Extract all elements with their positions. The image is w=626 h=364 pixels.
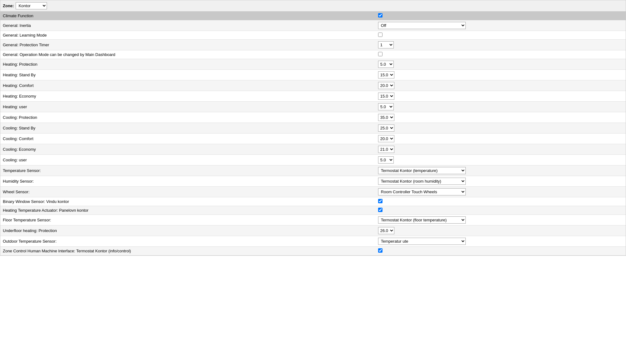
- row-label: Heating: Comfort: [0, 80, 376, 91]
- row-label: Heating Temperature Actuator: Panelovn k…: [0, 206, 376, 215]
- table-row: Zone Control Human Machine Interface: Te…: [0, 247, 626, 255]
- row-control[interactable]: 12345: [376, 40, 626, 50]
- row-label: General: Inertia: [0, 20, 376, 31]
- row-label: Cooling: Economy: [0, 144, 376, 155]
- row-select-medium[interactable]: 21.022.023.024.0: [378, 146, 394, 153]
- section-header-label: Climate Function: [0, 12, 376, 20]
- row-control[interactable]: 15.016.017.018.0: [376, 91, 626, 102]
- row-select-medium[interactable]: 5.06.07.08.0: [378, 103, 394, 110]
- row-checkbox[interactable]: [378, 248, 382, 253]
- row-label: Heating: user: [0, 102, 376, 112]
- row-control[interactable]: Temperatur uteOther sensor: [376, 236, 626, 247]
- table-row: Heating: Stand By15.016.017.018.0: [0, 70, 626, 80]
- section-header-control[interactable]: [376, 12, 626, 20]
- main-container: Zone: KontorStueSoveromBad Climate Funct…: [0, 0, 626, 256]
- row-control[interactable]: Termostat Kontor (temperature)Other sens…: [376, 165, 626, 176]
- row-label: Cooling: Comfort: [0, 134, 376, 144]
- zone-row: Zone: KontorStueSoveromBad: [0, 0, 626, 12]
- row-label: General: Learning Mode: [0, 31, 376, 40]
- table-row: General: Operation Mode can be changed b…: [0, 50, 626, 59]
- table-row: Cooling: Stand By25.026.027.028.0: [0, 123, 626, 134]
- row-control[interactable]: Termostat Kontor (room humidity)Other se…: [376, 176, 626, 187]
- row-label: Binary Window Sensor: Vindu kontor: [0, 197, 376, 206]
- row-select-medium[interactable]: 20.021.022.023.0: [378, 135, 394, 142]
- row-select-medium[interactable]: 25.026.027.028.0: [378, 124, 394, 132]
- row-control[interactable]: 25.026.027.028.0: [376, 123, 626, 134]
- row-control[interactable]: Room Controller Touch WheelsOther sensor: [376, 187, 626, 197]
- row-label: Heating: Protection: [0, 59, 376, 70]
- row-select-medium[interactable]: 35.036.037.038.0: [378, 114, 394, 121]
- row-control[interactable]: 21.022.023.024.0: [376, 144, 626, 155]
- row-label: Wheel Sensor:: [0, 187, 376, 197]
- row-select-medium[interactable]: 15.016.017.018.0: [378, 71, 394, 78]
- row-control[interactable]: Termostat Kontor (floor temperature)Othe…: [376, 215, 626, 225]
- row-select-wide[interactable]: Termostat Kontor (room humidity)Other se…: [378, 178, 466, 185]
- table-row: Wheel Sensor:Room Controller Touch Wheel…: [0, 187, 626, 197]
- row-label: Cooling: Protection: [0, 112, 376, 123]
- row-label: General: Operation Mode can be changed b…: [0, 50, 376, 59]
- row-label: Cooling: user: [0, 155, 376, 165]
- table-row: Binary Window Sensor: Vindu kontor: [0, 197, 626, 206]
- row-control[interactable]: OffLowMediumHigh: [376, 20, 626, 31]
- row-select-medium[interactable]: 5.06.07.08.0: [378, 61, 394, 68]
- row-checkbox[interactable]: [378, 52, 382, 56]
- row-label: Heating: Economy: [0, 91, 376, 102]
- row-label: General: Protection Timer: [0, 40, 376, 50]
- row-select-wide[interactable]: Termostat Kontor (temperature)Other sens…: [378, 167, 466, 174]
- table-row: Temperature Sensor:Termostat Kontor (tem…: [0, 165, 626, 176]
- row-control[interactable]: 5.06.07.08.0: [376, 155, 626, 165]
- row-control[interactable]: 5.06.07.08.0: [376, 102, 626, 112]
- table-row: Cooling: Protection35.036.037.038.0: [0, 112, 626, 123]
- table-row: Humidity Sensor:Termostat Kontor (room h…: [0, 176, 626, 187]
- table-row: Cooling: user5.06.07.08.0: [0, 155, 626, 165]
- row-select-medium[interactable]: 20.021.022.023.0: [378, 82, 394, 89]
- table-row: General: InertiaOffLowMediumHigh: [0, 20, 626, 31]
- row-label: Cooling: Stand By: [0, 123, 376, 134]
- table-row: Heating: Economy15.016.017.018.0: [0, 91, 626, 102]
- table-row: General: Learning Mode: [0, 31, 626, 40]
- table-row: Cooling: Comfort20.021.022.023.0: [0, 134, 626, 144]
- row-checkbox[interactable]: [378, 208, 382, 212]
- row-control[interactable]: 15.016.017.018.0: [376, 70, 626, 80]
- row-select-medium[interactable]: 26.027.028.029.0: [378, 227, 394, 234]
- row-control[interactable]: [376, 247, 626, 255]
- row-select-wide[interactable]: OffLowMediumHigh: [378, 22, 466, 29]
- table-row: Climate Function: [0, 12, 626, 20]
- table-row: Heating Temperature Actuator: Panelovn k…: [0, 206, 626, 215]
- row-select-small[interactable]: 12345: [378, 41, 394, 48]
- row-control[interactable]: [376, 50, 626, 59]
- row-select-wide[interactable]: Termostat Kontor (floor temperature)Othe…: [378, 216, 466, 224]
- row-control[interactable]: 20.021.022.023.0: [376, 134, 626, 144]
- row-label: Underfloor heating: Protection: [0, 225, 376, 236]
- row-control[interactable]: 26.027.028.029.0: [376, 225, 626, 236]
- row-checkbox[interactable]: [378, 199, 382, 203]
- table-row: Floor Temperature Sensor:Termostat Konto…: [0, 215, 626, 225]
- row-control[interactable]: [376, 31, 626, 40]
- row-select-medium[interactable]: 15.016.017.018.0: [378, 93, 394, 100]
- row-control[interactable]: 20.021.022.023.0: [376, 80, 626, 91]
- row-checkbox[interactable]: [378, 33, 382, 37]
- row-control[interactable]: [376, 206, 626, 215]
- table-row: Heating: Comfort20.021.022.023.0: [0, 80, 626, 91]
- settings-table: Climate FunctionGeneral: InertiaOffLowMe…: [0, 12, 626, 255]
- table-row: Heating: user5.06.07.08.0: [0, 102, 626, 112]
- row-control[interactable]: 35.036.037.038.0: [376, 112, 626, 123]
- row-label: Temperature Sensor:: [0, 165, 376, 176]
- row-control[interactable]: 5.06.07.08.0: [376, 59, 626, 70]
- table-row: General: Protection Timer12345: [0, 40, 626, 50]
- row-label: Heating: Stand By: [0, 70, 376, 80]
- row-label: Outdoor Temperature Sensor:: [0, 236, 376, 247]
- row-select-medium[interactable]: 5.06.07.08.0: [378, 156, 394, 164]
- row-label: Humidity Sensor:: [0, 176, 376, 187]
- table-row: Cooling: Economy21.022.023.024.0: [0, 144, 626, 155]
- table-row: Underfloor heating: Protection26.027.028…: [0, 225, 626, 236]
- zone-select[interactable]: KontorStueSoveromBad: [16, 2, 47, 9]
- table-row: Outdoor Temperature Sensor:Temperatur ut…: [0, 236, 626, 247]
- row-select-wide[interactable]: Temperatur uteOther sensor: [378, 238, 466, 245]
- row-label: Zone Control Human Machine Interface: Te…: [0, 247, 376, 255]
- climate-function-checkbox[interactable]: [378, 13, 382, 18]
- row-label: Floor Temperature Sensor:: [0, 215, 376, 225]
- row-control[interactable]: [376, 197, 626, 206]
- row-select-wide[interactable]: Room Controller Touch WheelsOther sensor: [378, 188, 466, 195]
- table-row: Heating: Protection5.06.07.08.0: [0, 59, 626, 70]
